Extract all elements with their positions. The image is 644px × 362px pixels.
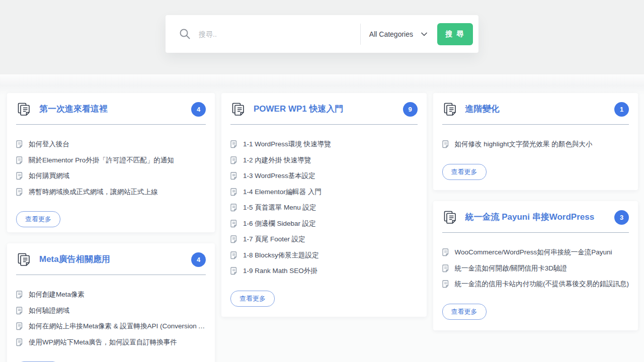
- article-link-label: 1-6 側邊欄 Sidebar 設定: [243, 220, 316, 228]
- document-icon: [442, 140, 449, 148]
- article-link[interactable]: 如何修改 highlight文字螢光效果 的顏色與大小: [442, 140, 629, 149]
- document-icon: [230, 204, 237, 212]
- documents-stack-icon: [230, 102, 246, 117]
- header-search-section: All Categories 搜 尋: [0, 0, 644, 74]
- card-divider: [442, 124, 629, 125]
- documents-stack-icon: [442, 210, 458, 225]
- view-more-button[interactable]: 查看更多: [442, 164, 487, 180]
- column-2: POWER WP1 快速入門 9 1-1 WordPress環境 快速導覽 1-…: [221, 93, 427, 317]
- article-link[interactable]: 如何登入後台: [16, 140, 206, 149]
- article-link-label: 1-1 WordPress環境 快速導覽: [243, 140, 331, 149]
- document-icon: [16, 140, 23, 148]
- article-link[interactable]: WooCommerce/WordPress如何串接統一金流Payuni: [442, 248, 629, 257]
- document-icon: [230, 267, 237, 275]
- document-icon: [16, 322, 23, 330]
- card-divider: [16, 275, 206, 275]
- article-link[interactable]: 1-4 Elementor編輯器 入門: [230, 188, 418, 197]
- article-link-label: 1-7 頁尾 Footer 設定: [243, 235, 305, 244]
- article-link-label: 1-2 內建外掛 快速導覽: [243, 156, 311, 165]
- article-link-label: 如何創建Meta像素: [29, 291, 85, 299]
- article-link[interactable]: 1-2 內建外掛 快速導覽: [230, 156, 418, 165]
- article-link[interactable]: 關於Elementor Pro外掛「許可證不匹配」的通知: [16, 156, 206, 165]
- category-dropdown[interactable]: All Categories: [361, 15, 437, 53]
- document-icon: [230, 156, 237, 164]
- article-link[interactable]: 1-3 WordPress基本設定: [230, 172, 418, 180]
- view-more-button[interactable]: 查看更多: [16, 211, 60, 227]
- documents-stack-icon: [16, 252, 32, 267]
- category-dropdown-label: All Categories: [369, 30, 413, 38]
- article-link[interactable]: 使用WP網站下Meta廣告，如何設置自訂轉換事件: [16, 338, 206, 347]
- documents-stack-icon: [442, 102, 458, 117]
- document-icon: [16, 188, 23, 196]
- search-input[interactable]: [199, 24, 360, 44]
- document-icon: [16, 338, 23, 346]
- article-link[interactable]: 1-7 頁尾 Footer 設定: [230, 235, 418, 244]
- article-link-label: 1-3 WordPress基本設定: [243, 172, 315, 180]
- article-count-badge: 4: [191, 252, 206, 267]
- article-link-label: 1-5 頁首選單 Menu 設定: [243, 204, 316, 212]
- article-link[interactable]: 1-1 WordPress環境 快速導覽: [230, 140, 418, 149]
- article-link[interactable]: 統一金流如何開啟/關閉信用卡3D驗證: [442, 264, 629, 273]
- document-icon: [16, 172, 23, 180]
- document-icon: [442, 280, 449, 288]
- document-icon: [16, 307, 23, 315]
- category-title[interactable]: 第一次進來看這裡: [39, 104, 191, 114]
- document-icon: [230, 140, 237, 148]
- article-link[interactable]: 1-9 Rank Math SEO外掛: [230, 267, 418, 276]
- article-link-label: 如何在網站上串接Meta像素 & 設置轉換API (Conversion API…: [29, 322, 206, 331]
- document-icon: [230, 188, 237, 196]
- document-icon: [442, 248, 449, 256]
- article-link-label: 關於Elementor Pro外掛「許可證不匹配」的通知: [29, 156, 174, 165]
- documents-stack-icon: [16, 102, 32, 117]
- category-card-header: POWER WP1 快速入門 9: [230, 102, 418, 117]
- article-count-badge: 4: [191, 102, 206, 117]
- category-card-header: 統一金流 Payuni 串接WordPress 3: [442, 210, 629, 225]
- article-link-label: 1-4 Elementor編輯器 入門: [243, 188, 321, 197]
- category-title[interactable]: POWER WP1 快速入門: [254, 104, 403, 114]
- document-icon: [230, 235, 237, 243]
- card-divider: [16, 124, 206, 125]
- view-more-button[interactable]: 查看更多: [230, 291, 275, 307]
- article-count-badge: 3: [614, 210, 629, 225]
- article-link[interactable]: 如何購買網域: [16, 172, 206, 180]
- article-link[interactable]: 將暫時網域換成正式網域，讓網站正式上線: [16, 188, 206, 197]
- document-icon: [230, 251, 237, 259]
- category-card-header: 第一次進來看這裡 4: [16, 102, 206, 117]
- chevron-down-icon: [421, 32, 427, 36]
- article-link[interactable]: 如何創建Meta像素: [16, 291, 206, 299]
- article-link[interactable]: 統一金流的信用卡站內付功能(不提供幕後交易的錯誤訊息): [442, 280, 629, 289]
- article-link[interactable]: 1-6 側邊欄 Sidebar 設定: [230, 220, 418, 228]
- search-icon: [166, 28, 199, 40]
- article-link-label: 如何驗證網域: [29, 307, 69, 315]
- article-link[interactable]: 1-5 頁首選單 Menu 設定: [230, 204, 418, 212]
- article-link[interactable]: 如何在網站上串接Meta像素 & 設置轉換API (Conversion API…: [16, 322, 206, 331]
- document-icon: [16, 291, 23, 299]
- article-link-label: 如何登入後台: [29, 140, 69, 149]
- document-icon: [230, 172, 237, 180]
- knowledge-base-grid: 第一次進來看這裡 4 如何登入後台 關於Elementor Pro外掛「許可證不…: [0, 74, 644, 362]
- article-link[interactable]: 1-8 Blocksy佈景主題設定: [230, 251, 418, 260]
- category-card: 第一次進來看這裡 4 如何登入後台 關於Elementor Pro外掛「許可證不…: [7, 93, 215, 232]
- article-link-label: 使用WP網站下Meta廣告，如何設置自訂轉換事件: [29, 338, 177, 347]
- category-card: 統一金流 Payuni 串接WordPress 3 WooCommerce/Wo…: [433, 201, 638, 330]
- category-card: 進階變化 1 如何修改 highlight文字螢光效果 的顏色與大小 查看更多: [433, 93, 638, 190]
- article-link-label: 統一金流的信用卡站內付功能(不提供幕後交易的錯誤訊息): [455, 280, 629, 289]
- category-card-header: Meta廣告相關應用 4: [16, 252, 206, 267]
- document-icon: [442, 264, 449, 273]
- category-card: Meta廣告相關應用 4 如何創建Meta像素 如何驗證網域: [7, 243, 215, 362]
- article-link[interactable]: 如何驗證網域: [16, 307, 206, 315]
- column-1: 第一次進來看這裡 4 如何登入後台 關於Elementor Pro外掛「許可證不…: [7, 93, 215, 362]
- column-3: 進階變化 1 如何修改 highlight文字螢光效果 的顏色與大小 查看更多: [433, 93, 638, 330]
- category-title[interactable]: 統一金流 Payuni 串接WordPress: [465, 212, 615, 222]
- view-more-button[interactable]: 查看更多: [442, 304, 487, 320]
- article-count-badge: 1: [614, 102, 629, 117]
- category-title[interactable]: Meta廣告相關應用: [39, 254, 191, 264]
- article-count-badge: 9: [403, 102, 418, 117]
- article-link-label: 如何修改 highlight文字螢光效果 的顏色與大小: [455, 140, 593, 149]
- card-divider: [442, 232, 629, 233]
- category-title[interactable]: 進階變化: [465, 104, 615, 114]
- article-link-label: WooCommerce/WordPress如何串接統一金流Payuni: [455, 248, 612, 257]
- search-button[interactable]: 搜 尋: [437, 23, 473, 45]
- category-card: POWER WP1 快速入門 9 1-1 WordPress環境 快速導覽 1-…: [221, 93, 427, 317]
- category-card-header: 進階變化 1: [442, 102, 629, 117]
